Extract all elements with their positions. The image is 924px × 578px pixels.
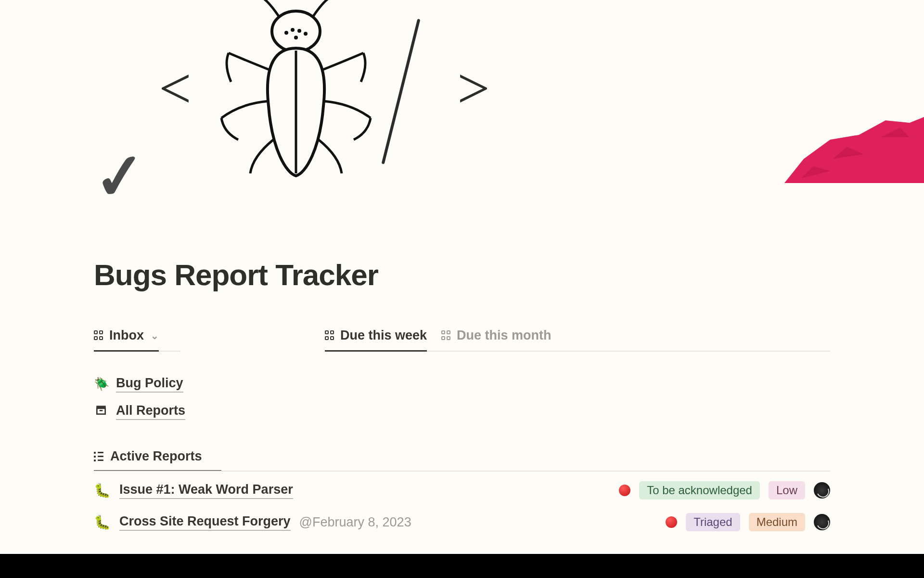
bug-icon: 🪲 (94, 377, 108, 392)
view-tab-inbox[interactable]: Inbox ⌄ (94, 328, 159, 351)
svg-point-5 (295, 37, 297, 39)
hero-cover: ✓ < (0, 0, 924, 181)
svg-rect-9 (100, 410, 103, 411)
view-tab-due-month[interactable]: Due this month (441, 328, 552, 351)
report-title[interactable]: Issue #1: Weak Word Parser (119, 482, 293, 499)
checkmark-icon: ✓ (91, 138, 150, 215)
svg-point-3 (298, 30, 300, 32)
beetle-icon (212, 0, 380, 178)
svg-point-1 (285, 32, 287, 34)
svg-point-2 (292, 29, 294, 31)
links-section: 🪲 Bug Policy All Reports (94, 376, 830, 420)
active-reports-label: Active Reports (110, 449, 202, 464)
link-label: All Reports (116, 403, 185, 420)
report-title[interactable]: Cross Site Request Forgery (119, 514, 291, 531)
status-tag: To be acknowledged (639, 481, 760, 499)
view-tab-label: Due this month (457, 328, 552, 343)
svg-point-4 (305, 33, 307, 35)
assignee-avatar[interactable] (814, 514, 830, 530)
page-title: Bugs Report Tracker (94, 258, 830, 292)
red-dot-icon (619, 485, 630, 496)
view-tab-label: Due this week (340, 328, 427, 343)
active-reports-tab[interactable]: Active Reports (94, 449, 830, 472)
gallery-icon (441, 330, 452, 341)
svg-rect-8 (97, 408, 105, 414)
link-bug-policy[interactable]: 🪲 Bug Policy (94, 376, 830, 393)
archive-icon (94, 404, 108, 420)
caterpillar-icon: 🐛 (94, 483, 111, 499)
pink-paper-decoration (784, 113, 924, 183)
footer-bar (0, 554, 924, 578)
view-tab-due-week[interactable]: Due this week (325, 328, 427, 351)
view-tab-label: Inbox (109, 328, 144, 343)
list-icon (94, 452, 103, 461)
link-all-reports[interactable]: All Reports (94, 403, 830, 420)
red-dot-icon (666, 516, 677, 528)
chevron-down-icon[interactable]: ⌄ (151, 330, 159, 342)
svg-point-0 (272, 11, 320, 52)
assignee-avatar[interactable] (814, 482, 830, 499)
view-group-left: Inbox ⌄ (94, 328, 180, 352)
gallery-icon (325, 330, 335, 341)
report-row[interactable]: 🐛Cross Site Request Forgery@February 8, … (94, 503, 830, 535)
priority-tag: Medium (749, 513, 805, 531)
gallery-icon (94, 330, 104, 341)
priority-tag: Low (769, 481, 805, 499)
angle-bracket-right-icon: > (457, 55, 490, 122)
slash-icon (382, 19, 421, 164)
report-row[interactable]: 🐛Issue #1: Weak Word ParserTo be acknowl… (94, 472, 830, 503)
status-tag: Triaged (686, 513, 740, 531)
report-date: @February 8, 2023 (299, 515, 411, 530)
angle-bracket-left-icon: < (159, 55, 192, 122)
view-group-right: Due this week Due this month (325, 328, 830, 352)
caterpillar-icon: 🐛 (94, 514, 111, 530)
link-label: Bug Policy (116, 376, 183, 393)
